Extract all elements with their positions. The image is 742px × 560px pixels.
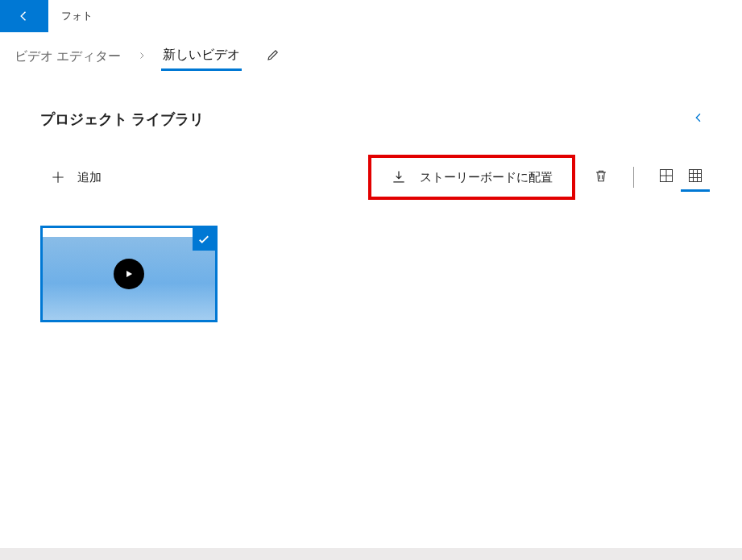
- place-in-storyboard-button[interactable]: ストーリーボードに配置: [368, 155, 575, 200]
- app-title: フォト: [48, 9, 93, 23]
- thumbnail-list: [40, 226, 710, 322]
- view-small-grid-button[interactable]: [681, 163, 710, 192]
- play-overlay[interactable]: [114, 259, 144, 289]
- chevron-right-icon: [137, 49, 147, 64]
- grid-3x3-icon: [687, 168, 703, 184]
- toolbar-separator: [633, 167, 634, 188]
- check-icon: [197, 232, 211, 247]
- back-button[interactable]: [0, 0, 48, 32]
- add-button[interactable]: 追加: [40, 163, 111, 192]
- delete-button[interactable]: [587, 161, 616, 193]
- place-in-storyboard-label: ストーリーボードに配置: [420, 170, 553, 185]
- add-button-label: 追加: [77, 170, 102, 185]
- trash-icon: [593, 168, 609, 184]
- place-icon: [391, 169, 407, 185]
- svg-rect-1: [690, 170, 702, 182]
- title-bar: フォト: [0, 0, 742, 32]
- chevron-left-icon: [692, 111, 705, 124]
- view-large-grid-button[interactable]: [652, 163, 681, 192]
- thumbnail-browser-bar: [43, 228, 215, 236]
- section-header: プロジェクト ライブラリ: [40, 106, 710, 132]
- thumbnail-selected-badge[interactable]: [193, 228, 215, 251]
- play-icon: [123, 268, 135, 280]
- library-toolbar: 追加 ストーリーボードに配置: [40, 155, 710, 200]
- grid-2x2-icon: [658, 168, 674, 184]
- section-title: プロジェクト ライブラリ: [40, 110, 204, 129]
- video-thumbnail[interactable]: [40, 226, 218, 322]
- collapse-button[interactable]: [687, 106, 710, 132]
- rename-button[interactable]: [266, 48, 280, 65]
- breadcrumb-item-new-video[interactable]: 新しいビデオ: [161, 42, 242, 71]
- main-panel: プロジェクト ライブラリ 追加 ストーリーボードに配置: [0, 81, 742, 548]
- footer-gap: [0, 548, 742, 560]
- plus-icon: [50, 169, 66, 185]
- arrow-left-icon: [17, 9, 31, 23]
- breadcrumb-item-video-editor[interactable]: ビデオ エディター: [13, 44, 122, 70]
- breadcrumb: ビデオ エディター 新しいビデオ: [0, 32, 742, 81]
- pencil-icon: [266, 48, 280, 62]
